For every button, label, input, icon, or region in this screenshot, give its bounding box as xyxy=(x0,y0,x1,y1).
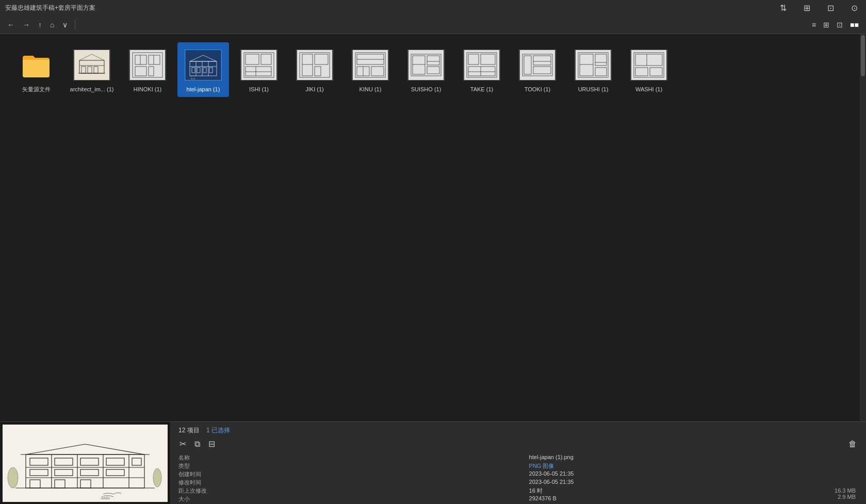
svg-rect-58 xyxy=(464,50,499,80)
view-options-button[interactable]: ⊞ xyxy=(795,0,819,15)
open-button[interactable]: ⊙ xyxy=(842,0,866,15)
file-label-jiki: JIKI (1) xyxy=(305,86,323,93)
file-label-suisho: SUISHO (1) xyxy=(411,86,442,93)
file-item-ishi[interactable]: ISHI (1) xyxy=(233,42,285,97)
created-value: 2023-06-05 21:35 xyxy=(529,470,858,478)
disk-free: 2.9 MB xyxy=(835,494,856,500)
bytes-label: 大小 xyxy=(178,495,521,503)
svg-rect-78 xyxy=(631,50,666,80)
total-items: 12 项目 xyxy=(178,427,200,434)
file-label-urushi: URUSHI (1) xyxy=(578,86,609,93)
paste-button[interactable]: ⊟ xyxy=(207,438,216,450)
title-bar: 安藤忠雄建筑手稿+套房平面方案 ⇅ ⊞ ⊡ ⊙ xyxy=(0,0,866,15)
file-label-folder-yljy: 矢量源文件 xyxy=(22,86,51,93)
name-value: htel-japan (1).png xyxy=(529,454,858,462)
title-text: 安藤忠雄建筑手稿+套房平面方案 xyxy=(5,4,95,12)
expand-button[interactable]: ∨ xyxy=(59,19,71,31)
info-panel: 12 项目 1 已选择 ✂ ⧉ ⊟ 🗑 名称 htel-japan (1).pn… xyxy=(170,422,866,504)
file-item-kinu[interactable]: KINU (1) xyxy=(345,42,396,97)
last-access-label: 距上次修改 xyxy=(178,487,521,495)
window-controls: ⇅ ⊞ ⊡ ⊙ xyxy=(771,0,866,15)
detail-view-button[interactable]: ⊞ xyxy=(820,19,832,31)
file-icon-kinu xyxy=(352,46,389,84)
medium-icon-button[interactable]: ⊡ xyxy=(834,19,846,31)
scrollbar-track[interactable] xyxy=(860,34,866,421)
file-icon-htel-japan: Ando xyxy=(185,46,222,84)
item-counts: 12 项目 1 已选择 xyxy=(178,426,858,435)
share-button[interactable]: ⊡ xyxy=(819,0,842,15)
file-item-jiki[interactable]: JIKI (1) xyxy=(289,42,340,97)
modified-label: 修改时间 xyxy=(178,479,521,486)
forward-button[interactable]: → xyxy=(20,19,33,31)
svg-point-109 xyxy=(153,468,161,487)
file-icon-tooki xyxy=(519,46,556,84)
svg-point-108 xyxy=(8,467,18,488)
svg-text:Ando: Ando xyxy=(101,496,110,500)
sort-button[interactable]: ⇅ xyxy=(771,0,795,15)
status-bar: Ando 12 项目 1 已选择 ✂ ⧉ ⊟ 🗑 名称 htel-japan (… xyxy=(0,421,866,504)
file-icon-architect xyxy=(73,46,110,84)
up-button[interactable]: ↑ xyxy=(35,19,45,31)
toolbar-separator-1 xyxy=(75,20,75,29)
file-item-take[interactable]: TAKE (1) xyxy=(456,42,508,97)
file-item-tooki[interactable]: TOOKI (1) xyxy=(512,42,563,97)
file-item-architect-img[interactable]: architect_im... (1) xyxy=(66,42,118,97)
file-label-washi: WASHI (1) xyxy=(635,86,662,93)
copy-button[interactable]: ⧉ xyxy=(193,438,201,450)
last-access-value: 16 时 xyxy=(529,487,858,495)
file-icon-washi xyxy=(630,46,667,84)
large-icon-button[interactable]: ■■ xyxy=(847,19,862,31)
file-item-htel-japan[interactable]: Ando htel-japan (1) xyxy=(177,42,229,97)
view-buttons: ≡ ⊞ ⊡ ■■ xyxy=(809,19,862,31)
folder-icon xyxy=(18,46,55,84)
file-icon-take xyxy=(463,46,500,84)
file-item-folder-yljy[interactable]: 矢量源文件 xyxy=(10,42,62,97)
file-item-washi[interactable]: WASHI (1) xyxy=(623,42,675,97)
file-icon-suisho xyxy=(407,46,445,84)
file-grid: 矢量源文件 xyxy=(0,34,866,421)
file-item-suisho[interactable]: SUISHO (1) xyxy=(400,42,452,97)
scrollbar-thumb[interactable] xyxy=(861,35,865,76)
action-icons: ✂ ⧉ ⊟ 🗑 xyxy=(178,438,858,450)
list-view-button[interactable]: ≡ xyxy=(809,19,819,31)
file-label-architect: architect_im... (1) xyxy=(70,86,114,93)
file-info-table: 名称 htel-japan (1).png 类型 PNG 图像 创建时间 202… xyxy=(178,454,858,504)
file-label-hinoki: HINOKI (1) xyxy=(134,86,161,93)
preview-image: Ando xyxy=(3,425,168,502)
file-label-ishi: ISHI (1) xyxy=(249,86,269,93)
file-label-take: TAKE (1) xyxy=(470,86,493,93)
file-item-hinoki[interactable]: HINOKI (1) xyxy=(122,42,173,97)
modified-value: 2023-06-05 21:35 xyxy=(529,479,858,486)
selected-items: 1 已选择 xyxy=(206,427,230,434)
created-label: 创建时间 xyxy=(178,470,521,478)
file-label-kinu: KINU (1) xyxy=(360,86,382,93)
file-label-htel-japan: htel-japan (1) xyxy=(187,86,220,93)
svg-rect-17 xyxy=(186,50,221,80)
disk-info: 16.3 MB 2.9 MB xyxy=(835,487,856,500)
file-label-tooki: TOOKI (1) xyxy=(525,86,551,93)
cut-button[interactable]: ✂ xyxy=(178,438,187,450)
back-button[interactable]: ← xyxy=(4,19,18,31)
disk-total: 16.3 MB xyxy=(835,487,856,494)
file-icon-urushi xyxy=(575,46,612,84)
svg-text:Ando: Ando xyxy=(191,77,196,80)
svg-rect-44 xyxy=(353,50,388,80)
file-item-urushi[interactable]: URUSHI (1) xyxy=(567,42,619,97)
type-value: PNG 图像 xyxy=(529,462,858,470)
file-icon-hinoki xyxy=(129,46,166,84)
name-label: 名称 xyxy=(178,454,521,462)
delete-button[interactable]: 🗑 xyxy=(847,438,858,450)
type-label: 类型 xyxy=(178,462,521,470)
bytes-value: 2924376 B xyxy=(529,495,858,503)
toolbar: ← → ↑ ⌂ ∨ ≡ ⊞ ⊡ ■■ xyxy=(0,15,866,34)
file-icon-jiki xyxy=(296,46,333,84)
file-icon-ishi xyxy=(240,46,277,84)
preview-panel: Ando xyxy=(0,422,170,504)
recent-button[interactable]: ⌂ xyxy=(47,19,57,31)
